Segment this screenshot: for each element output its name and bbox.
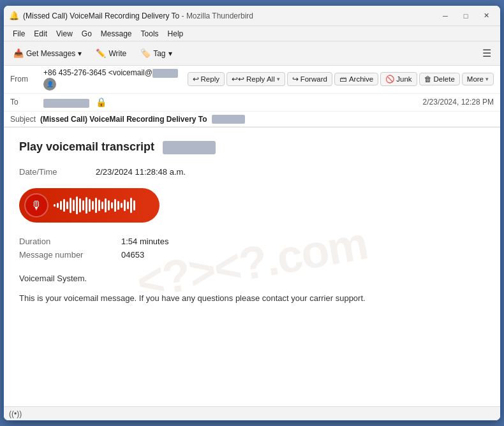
waveform-bar: [105, 198, 107, 212]
delete-button[interactable]: 🗑 Delete: [419, 73, 460, 85]
from-label: From: [10, 75, 43, 84]
privacy-icon: 🔒: [96, 97, 107, 107]
waveform-bar: [70, 198, 71, 213]
waveform-bar: [66, 202, 68, 209]
tag-button[interactable]: 🏷️ Tag ▾: [135, 45, 177, 61]
junk-icon: 🚫: [385, 75, 394, 84]
forward-button[interactable]: ↪ Forward: [287, 72, 332, 86]
write-icon: ✏️: [96, 48, 106, 58]
close-button[interactable]: ✕: [477, 10, 495, 22]
title-bar: 🔔 (Missed Call) VoiceMail Recording Deli…: [4, 6, 500, 26]
waveform-bar: [76, 196, 78, 214]
duration-label: Duration: [19, 237, 96, 246]
to-row: To .... 🔒 2/23/2024, 12:28 PM: [4, 94, 500, 112]
menu-file[interactable]: File: [9, 28, 29, 40]
forward-label: Forward: [300, 75, 327, 83]
subject-label: Subject: [10, 115, 36, 124]
write-label: Write: [108, 49, 126, 58]
body-line2: This is your voicemail message. If you h…: [19, 292, 485, 305]
menu-help[interactable]: Help: [164, 28, 188, 40]
waveform-bar: [124, 200, 126, 211]
waveform-bar: [133, 200, 135, 210]
datetime-value: 2/23/2024 11:28:48 a.m.: [96, 167, 186, 177]
reply-all-label: Reply All: [246, 75, 275, 83]
main-window: 🔔 (Missed Call) VoiceMail Recording Deli…: [3, 5, 501, 421]
message-number-row: Message number 04653: [19, 250, 485, 260]
window-title: (Missed Call) VoiceMail Recording Delive…: [23, 11, 436, 20]
delete-icon: 🗑: [424, 75, 432, 83]
waveform-bar: [85, 197, 87, 214]
waveform-bar: [130, 198, 132, 213]
menu-view[interactable]: View: [52, 28, 77, 40]
message-number-value: 04653: [121, 250, 144, 260]
datetime-label: Date/Time: [19, 167, 70, 177]
datetime-row: Date/Time 2/23/2024 11:28:48 a.m.: [19, 167, 485, 177]
waveform-bar: [121, 203, 122, 208]
reply-icon: ↩: [193, 75, 199, 84]
waveform-bar: [98, 200, 100, 211]
more-label: More: [467, 75, 484, 83]
waveform-bar: [127, 202, 129, 209]
archive-button[interactable]: 🗃 Archive: [334, 73, 378, 85]
subject-row: Subject (Missed Call) VoiceMail Recordin…: [4, 112, 500, 128]
to-label: To: [10, 98, 43, 106]
waveform-bar: [54, 204, 56, 207]
status-icon: ((•)): [9, 409, 22, 418]
archive-icon: 🗃: [339, 75, 347, 83]
email-body: <?><?.com Play voicemail transcript ....…: [4, 128, 500, 406]
menu-message[interactable]: Message: [97, 28, 136, 40]
body-line1: Voicemail System.: [19, 272, 485, 286]
waveform-bar: [79, 198, 81, 212]
audio-waveform: [54, 196, 149, 214]
reply-button[interactable]: ↩ Reply: [188, 72, 225, 86]
junk-button[interactable]: 🚫 Junk: [380, 72, 417, 86]
app-icon: 🔔: [9, 11, 19, 21]
waveform-bar: [82, 200, 84, 210]
tag-icon: 🏷️: [140, 48, 151, 58]
email-actions: ↩ Reply ↩↩ Reply All ▾ ↪ Forward 🗃 Archi…: [188, 72, 494, 86]
waveform-bar: [63, 199, 65, 212]
email-header: From +86 435-276-3645 <voicemail@.... 👤 …: [4, 66, 500, 128]
duration-row: Duration 1:54 minutes: [19, 237, 485, 246]
to-value: .... 🔒: [43, 97, 418, 108]
hamburger-menu-button[interactable]: ☰: [477, 45, 496, 62]
waveform-bar: [101, 202, 103, 209]
mic-button[interactable]: 🎙: [24, 193, 48, 217]
mic-icon: 🎙: [31, 199, 42, 212]
tag-dropdown-icon: ▾: [168, 49, 172, 58]
waveform-bar: [114, 199, 116, 212]
message-number-label: Message number: [19, 250, 96, 260]
delete-label: Delete: [434, 75, 455, 83]
write-button[interactable]: ✏️ Write: [90, 45, 132, 61]
menu-tools[interactable]: Tools: [137, 28, 163, 40]
toolbar: 📥 Get Messages ▾ ✏️ Write 🏷️ Tag ▾ ☰: [4, 41, 500, 66]
waveform-bar: [57, 203, 59, 208]
waveform-bar: [60, 201, 62, 210]
reply-all-button[interactable]: ↩↩ Reply All ▾: [226, 72, 285, 86]
email-body-title: Play voicemail transcript ..............…: [19, 140, 485, 154]
waveform-bar: [73, 200, 75, 211]
get-messages-icon: 📥: [13, 48, 24, 58]
menu-go[interactable]: Go: [78, 28, 96, 40]
maximize-button[interactable]: □: [457, 10, 475, 22]
from-phone: +86 435-276-3645 <voicemail@: [43, 68, 152, 77]
voice-player[interactable]: 🎙: [19, 188, 159, 223]
email-timestamp: 2/23/2024, 12:28 PM: [423, 98, 494, 106]
more-dropdown-icon: ▾: [485, 76, 489, 82]
waveform-bar: [108, 200, 110, 210]
minimize-button[interactable]: ─: [436, 10, 454, 22]
details-section: Duration 1:54 minutes Message number 046…: [19, 237, 485, 260]
get-messages-dropdown-icon: ▾: [78, 49, 82, 58]
more-button[interactable]: More ▾: [462, 73, 494, 85]
from-value: +86 435-276-3645 <voicemail@.... 👤: [43, 68, 188, 91]
waveform-bar: [111, 202, 113, 209]
archive-label: Archive: [349, 75, 373, 83]
menu-edit[interactable]: Edit: [30, 28, 51, 40]
from-row: From +86 435-276-3645 <voicemail@.... 👤 …: [4, 66, 500, 94]
forward-icon: ↪: [292, 75, 299, 84]
get-messages-button[interactable]: 📥 Get Messages ▾: [8, 45, 87, 61]
window-controls: ─ □ ✕: [436, 10, 495, 22]
duration-value: 1:54 minutes: [121, 237, 168, 246]
contact-photo-button[interactable]: 👤: [43, 78, 56, 91]
junk-label: Junk: [396, 75, 411, 83]
